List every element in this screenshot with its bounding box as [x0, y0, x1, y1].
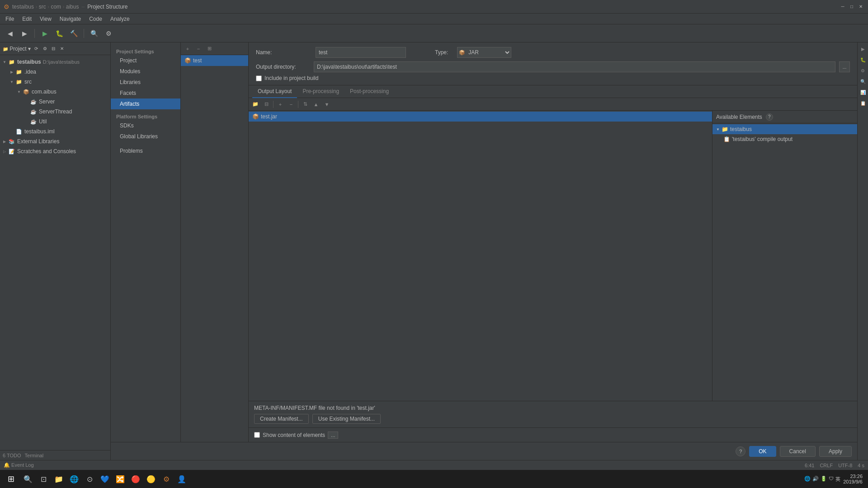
charset-indicator[interactable]: UTF-8 — [838, 463, 852, 468]
artifact-remove-button[interactable]: − — [193, 44, 203, 54]
output-move-button[interactable]: ⇅ — [300, 99, 310, 109]
maximize-button[interactable]: □ — [848, 3, 855, 10]
terminal-tab[interactable]: Terminal — [25, 453, 44, 458]
menu-analyze[interactable]: Analyze — [107, 15, 133, 23]
taskbar-app1[interactable]: 🔴 — [128, 472, 143, 486]
type-select[interactable]: JAR — [457, 47, 511, 58]
todo-tab[interactable]: 6 TODO — [3, 453, 21, 458]
back-button[interactable]: ◀ — [4, 27, 16, 40]
nav-global-libraries[interactable]: Global Libraries — [111, 131, 180, 142]
artifact-add-button[interactable]: + — [183, 44, 193, 54]
tab-output-layout[interactable]: Output Layout — [252, 85, 297, 98]
nav-artifacts[interactable]: Artifacts — [111, 99, 180, 109]
taskbar-git[interactable]: 🔀 — [113, 472, 127, 486]
taskbar-edge[interactable]: 🌐 — [67, 472, 81, 486]
output-dir-browse-button[interactable]: ... — [839, 61, 850, 72]
nav-libraries[interactable]: Libraries — [111, 77, 180, 88]
tree-item-iml[interactable]: ▶ 📄 testaibus.iml — [0, 127, 110, 136]
run-button[interactable]: ▶ — [38, 27, 51, 40]
tab-postprocessing[interactable]: Post-processing — [344, 85, 394, 98]
include-checkbox[interactable] — [256, 75, 262, 81]
debug-button[interactable]: 🐛 — [53, 27, 66, 40]
taskbar-multitasking[interactable]: ⊡ — [36, 472, 51, 486]
taskbar-app2[interactable]: 🟡 — [144, 472, 158, 486]
settings-button[interactable]: ⚙ — [102, 27, 115, 40]
side-icon-4[interactable]: 🔍 — [859, 77, 868, 86]
nav-problems[interactable]: Problems — [111, 145, 180, 156]
project-dropdown[interactable]: 📁 Project ▾ — [3, 46, 31, 52]
side-icon-3[interactable]: ⚙ — [859, 66, 868, 75]
tree-item-root[interactable]: ▼ 📁 testaibus D:\java\testaibus — [0, 57, 110, 67]
artifact-copy-button[interactable]: ⊞ — [204, 44, 214, 54]
output-remove-button[interactable]: − — [286, 99, 296, 109]
tree-item-serverthread[interactable]: ▶ ☕ ServerThread — [0, 107, 110, 117]
build-button[interactable]: 🔨 — [67, 27, 80, 40]
tree-item-server[interactable]: ▶ ☕ Server — [0, 97, 110, 107]
artifact-list-item-test[interactable]: 📦 test — [181, 55, 248, 66]
battery-icon[interactable]: 🔋 — [821, 476, 827, 483]
network-icon[interactable]: 🌐 — [804, 476, 811, 483]
side-icon-6[interactable]: 📋 — [859, 99, 868, 108]
indent-indicator[interactable]: 4 s — [858, 463, 864, 468]
output-up-button[interactable]: ▲ — [311, 99, 321, 109]
tree-item-scratches[interactable]: ▷ 📝 Scratches and Consoles — [0, 146, 110, 156]
nav-sdks[interactable]: SDKs — [111, 120, 180, 131]
tree-item-util[interactable]: ▶ ☕ Util — [0, 117, 110, 127]
side-icon-1[interactable]: ▶ — [859, 44, 868, 53]
output-folder-button[interactable]: 📁 — [250, 99, 260, 109]
hide-icon[interactable]: ✕ — [58, 45, 66, 52]
antivirus-icon[interactable]: 🛡 — [829, 476, 834, 483]
taskbar-clock[interactable]: 23:26 2019/9/6 — [843, 474, 863, 484]
minimize-button[interactable]: ─ — [839, 3, 846, 10]
apply-button[interactable]: Apply — [819, 446, 852, 457]
output-dir-input[interactable] — [314, 61, 835, 72]
taskbar-vscode[interactable]: 💙 — [98, 472, 112, 486]
nav-modules[interactable]: Modules — [111, 66, 180, 77]
tree-item-comaibus[interactable]: ▼ 📦 com.aibus — [0, 87, 110, 97]
collapse-icon[interactable]: ⊟ — [50, 45, 57, 52]
tree-item-idea[interactable]: ▶ 📁 .idea — [0, 67, 110, 77]
sync-icon[interactable]: ⟳ — [33, 45, 40, 52]
menu-edit[interactable]: Edit — [19, 15, 35, 23]
start-button[interactable]: ⊞ — [2, 470, 20, 488]
menu-navigate[interactable]: Navigate — [56, 15, 85, 23]
show-content-checkbox[interactable] — [254, 432, 260, 438]
tree-item-extlibs[interactable]: ▶ 📚 External Libraries — [0, 136, 110, 146]
tree-item-src[interactable]: ▼ 📁 src — [0, 77, 110, 87]
output-grid-button[interactable]: ⊟ — [261, 99, 271, 109]
menu-code[interactable]: Code — [85, 15, 106, 23]
name-input[interactable] — [316, 47, 406, 58]
create-manifest-button[interactable]: Create Manifest... — [254, 414, 309, 424]
taskbar-intellij[interactable]: ⚙ — [159, 472, 174, 486]
taskbar-chrome[interactable]: ⊙ — [82, 472, 97, 486]
lang-indicator[interactable]: 英 — [835, 476, 840, 483]
output-down-button[interactable]: ▼ — [322, 99, 332, 109]
taskbar-search[interactable]: 🔍 — [21, 472, 35, 486]
event-log-label[interactable]: 🔔 Event Log — [4, 462, 34, 468]
output-add-button[interactable]: + — [275, 99, 285, 109]
avail-item-testaibus[interactable]: ▼ 📁 testaibus — [712, 124, 857, 134]
available-help-icon[interactable]: ? — [766, 113, 773, 121]
use-existing-manifest-button[interactable]: Use Existing Manifest... — [312, 414, 381, 424]
search-button[interactable]: 🔍 — [88, 27, 100, 40]
close-button[interactable]: ✕ — [857, 3, 864, 10]
nav-project[interactable]: Project — [111, 55, 180, 66]
show-content-ellipsis-button[interactable]: ... — [328, 432, 338, 439]
avail-item-compile-output[interactable]: 📋 'testaibus' compile output — [712, 134, 857, 144]
tab-preprocessing[interactable]: Pre-processing — [297, 85, 344, 98]
output-tree-item-testjar[interactable]: 📦 test.jar — [249, 112, 712, 122]
nav-facets[interactable]: Facets — [111, 88, 180, 99]
side-icon-5[interactable]: 📊 — [859, 88, 868, 97]
crlf-indicator[interactable]: CRLF — [820, 463, 833, 468]
forward-button[interactable]: ▶ — [18, 27, 31, 40]
ok-button[interactable]: OK — [749, 446, 776, 457]
settings-icon[interactable]: ⚙ — [41, 45, 48, 52]
volume-icon[interactable]: 🔊 — [812, 476, 819, 483]
taskbar-avatar[interactable]: 👤 — [175, 472, 189, 486]
side-icon-2[interactable]: 🐛 — [859, 55, 868, 64]
footer-help-button[interactable]: ? — [736, 446, 745, 456]
taskbar-file-explorer[interactable]: 📁 — [52, 472, 66, 486]
menu-view[interactable]: View — [36, 15, 55, 23]
menu-file[interactable]: File — [2, 15, 18, 23]
cancel-button[interactable]: Cancel — [780, 446, 816, 457]
